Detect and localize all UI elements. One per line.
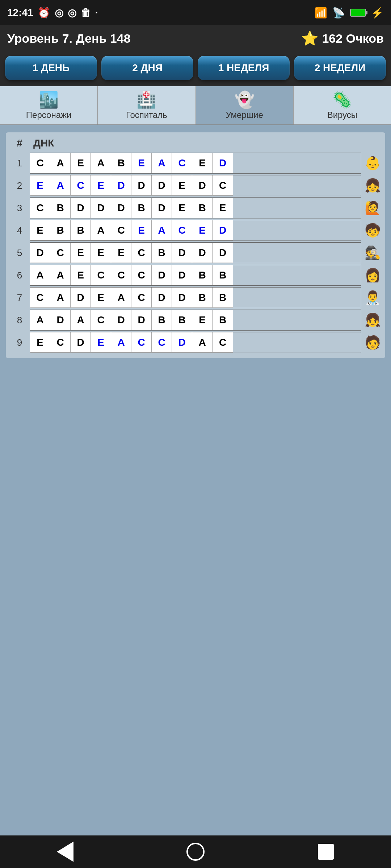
dna-cell-r3-c4[interactable]: D [91,198,111,218]
dna-cell-r5-c10[interactable]: D [213,243,233,263]
dna-cell-r7-c7[interactable]: D [152,288,172,308]
tab-2days[interactable]: 2 ДНЯ [101,56,193,80]
dna-cell-r2-c8[interactable]: E [172,175,192,196]
dna-cell-r3-c2[interactable]: B [50,198,71,218]
tab-hospital[interactable]: 🏥 Госпиталь [98,86,196,124]
dna-cell-r5-c2[interactable]: C [50,243,71,263]
dna-cell-r7-c4[interactable]: E [91,288,111,308]
dna-cell-r1-c3[interactable]: E [71,153,91,173]
dna-cell-r1-c5[interactable]: B [111,153,131,173]
dna-row-3[interactable]: 3CBDDDBDEBE🙋 [9,197,382,218]
dna-cell-r1-c6[interactable]: E [131,153,152,173]
dna-cell-r2-c9[interactable]: D [192,175,213,196]
dna-cell-r3-c6[interactable]: B [131,198,152,218]
dna-cell-r7-c1[interactable]: C [30,288,50,308]
dna-cell-r1-c8[interactable]: C [172,153,192,173]
dna-cell-r4-c1[interactable]: E [30,220,50,241]
dna-cell-r4-c4[interactable]: A [91,220,111,241]
dna-cell-r4-c5[interactable]: C [111,220,131,241]
dna-cell-r5-c6[interactable]: C [131,243,152,263]
tab-1week[interactable]: 1 НЕДЕЛЯ [198,56,290,80]
dna-row-4[interactable]: 4EBBACEACED🧒 [9,220,382,241]
dna-cell-r1-c9[interactable]: E [192,153,213,173]
dna-cell-r9-c7[interactable]: C [152,332,172,353]
dna-cell-r5-c7[interactable]: B [152,243,172,263]
dna-cell-r3-c7[interactable]: D [152,198,172,218]
dna-cell-r4-c10[interactable]: D [213,220,233,241]
dna-cell-r6-c5[interactable]: C [111,265,131,285]
dna-row-7[interactable]: 7CADEACDDBB👨‍⚕️ [9,287,382,308]
dna-cell-r7-c6[interactable]: C [131,288,152,308]
dna-cell-r2-c4[interactable]: E [91,175,111,196]
tab-1day[interactable]: 1 ДЕНЬ [5,56,97,80]
dna-row-1[interactable]: 1CAEABEACED👶 [9,153,382,174]
dna-cell-r4-c3[interactable]: B [71,220,91,241]
dna-cell-r9-c1[interactable]: E [30,332,50,353]
tab-2weeks[interactable]: 2 НЕДЕЛИ [294,56,386,80]
tab-deceased[interactable]: 👻 Умершие [196,86,294,124]
dna-cell-r7-c5[interactable]: A [111,288,131,308]
dna-cell-r4-c6[interactable]: E [131,220,152,241]
tab-viruses[interactable]: 🦠 Вирусы [294,86,391,124]
dna-cell-r2-c6[interactable]: D [131,175,152,196]
dna-cell-r6-c4[interactable]: C [91,265,111,285]
dna-cell-r3-c8[interactable]: E [172,198,192,218]
dna-cell-r7-c8[interactable]: D [172,288,192,308]
dna-cell-r8-c6[interactable]: D [131,310,152,330]
dna-cell-r1-c1[interactable]: C [30,153,50,173]
home-button[interactable] [183,839,208,864]
dna-cell-r2-c7[interactable]: D [152,175,172,196]
dna-row-9[interactable]: 9ECDEACCDAC🧑 [9,332,382,353]
dna-row-5[interactable]: 5DCEEECBDDD🕵️ [9,242,382,263]
dna-cell-r8-c10[interactable]: B [213,310,233,330]
dna-cell-r4-c2[interactable]: B [50,220,71,241]
dna-cell-r5-c8[interactable]: D [172,243,192,263]
dna-cell-r3-c10[interactable]: E [213,198,233,218]
dna-cell-r5-c4[interactable]: E [91,243,111,263]
dna-cell-r5-c5[interactable]: E [111,243,131,263]
dna-cell-r3-c1[interactable]: C [30,198,50,218]
dna-cell-r9-c10[interactable]: C [213,332,233,353]
dna-row-2[interactable]: 2EACEDDDEDC👧 [9,175,382,196]
dna-cell-r2-c3[interactable]: C [71,175,91,196]
dna-cell-r3-c9[interactable]: B [192,198,213,218]
dna-cell-r8-c4[interactable]: C [91,310,111,330]
dna-cell-r1-c2[interactable]: A [50,153,71,173]
dna-cell-r8-c3[interactable]: A [71,310,91,330]
dna-cell-r7-c9[interactable]: B [192,288,213,308]
dna-row-8[interactable]: 8ADACDDBBEB👧 [9,310,382,331]
dna-cell-r5-c1[interactable]: D [30,243,50,263]
dna-cell-r3-c5[interactable]: D [111,198,131,218]
back-button[interactable] [52,839,78,864]
dna-cell-r1-c10[interactable]: D [213,153,233,173]
dna-cell-r8-c2[interactable]: D [50,310,71,330]
dna-cell-r6-c1[interactable]: A [30,265,50,285]
dna-cell-r1-c4[interactable]: A [91,153,111,173]
dna-cell-r7-c10[interactable]: B [213,288,233,308]
dna-cell-r7-c3[interactable]: D [71,288,91,308]
dna-cell-r2-c5[interactable]: D [111,175,131,196]
dna-cell-r6-c3[interactable]: E [71,265,91,285]
dna-cell-r7-c2[interactable]: A [50,288,71,308]
dna-cell-r9-c5[interactable]: A [111,332,131,353]
dna-cell-r8-c7[interactable]: B [152,310,172,330]
dna-cell-r2-c2[interactable]: A [50,175,71,196]
dna-cell-r5-c3[interactable]: E [71,243,91,263]
dna-cell-r8-c5[interactable]: D [111,310,131,330]
dna-cell-r4-c9[interactable]: E [192,220,213,241]
dna-cell-r6-c10[interactable]: B [213,265,233,285]
tab-characters[interactable]: 🏙️ Персонажи [0,86,98,124]
dna-cell-r2-c10[interactable]: C [213,175,233,196]
dna-cell-r9-c9[interactable]: A [192,332,213,353]
dna-cell-r9-c2[interactable]: C [50,332,71,353]
dna-cell-r4-c7[interactable]: A [152,220,172,241]
dna-cell-r8-c9[interactable]: E [192,310,213,330]
dna-cell-r1-c7[interactable]: A [152,153,172,173]
dna-cell-r6-c8[interactable]: D [172,265,192,285]
dna-cell-r8-c1[interactable]: A [30,310,50,330]
dna-cell-r6-c7[interactable]: D [152,265,172,285]
dna-cell-r9-c6[interactable]: C [131,332,152,353]
dna-cell-r9-c4[interactable]: E [91,332,111,353]
dna-cell-r6-c9[interactable]: B [192,265,213,285]
dna-cell-r3-c3[interactable]: D [71,198,91,218]
